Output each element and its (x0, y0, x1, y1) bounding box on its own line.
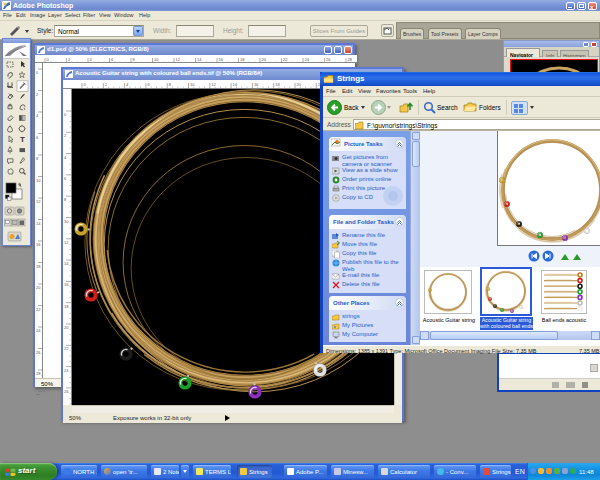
svg-text:18: 18 (64, 304, 69, 309)
svg-text:4: 4 (90, 57, 93, 62)
svg-text:0: 0 (84, 82, 87, 87)
svg-text:18: 18 (275, 82, 280, 87)
svg-text:16: 16 (219, 57, 224, 62)
svg-text:6: 6 (111, 57, 114, 62)
svg-text:6: 6 (36, 135, 39, 140)
svg-text:T: T (20, 135, 25, 144)
svg-text:12: 12 (211, 82, 216, 87)
svg-text:10: 10 (64, 219, 69, 224)
svg-text:0: 0 (64, 112, 67, 117)
svg-text:10: 10 (36, 178, 41, 183)
svg-text:26: 26 (36, 350, 41, 355)
svg-text:12: 12 (64, 240, 69, 245)
svg-text:8: 8 (64, 197, 67, 202)
svg-text:0: 0 (36, 70, 39, 75)
svg-text:20: 20 (36, 285, 41, 290)
svg-text:30: 30 (36, 393, 41, 396)
svg-text:14: 14 (197, 57, 202, 62)
svg-text:22: 22 (283, 57, 288, 62)
svg-text:8: 8 (169, 82, 172, 87)
svg-text:20: 20 (64, 325, 69, 330)
svg-text:4: 4 (126, 82, 129, 87)
svg-text:12: 12 (36, 199, 41, 204)
svg-text:14: 14 (64, 261, 69, 266)
svg-text:18: 18 (240, 57, 245, 62)
svg-text:16: 16 (254, 82, 259, 87)
svg-text:2: 2 (36, 92, 39, 97)
svg-text:18: 18 (36, 264, 41, 269)
svg-text:24: 24 (64, 368, 69, 373)
svg-text:14: 14 (36, 221, 41, 226)
svg-text:6: 6 (147, 82, 150, 87)
svg-text:14: 14 (233, 82, 238, 87)
svg-text:16: 16 (36, 242, 41, 247)
svg-text:10: 10 (154, 57, 159, 62)
svg-text:26: 26 (64, 389, 69, 394)
svg-text:20: 20 (297, 82, 302, 87)
svg-text:2: 2 (68, 57, 71, 62)
svg-text:20: 20 (262, 57, 267, 62)
svg-text:22: 22 (36, 307, 41, 312)
svg-text:8: 8 (36, 156, 39, 161)
svg-text:28: 28 (36, 371, 41, 376)
svg-text:22: 22 (64, 346, 69, 351)
svg-text:6: 6 (64, 176, 67, 181)
svg-text:2: 2 (105, 82, 108, 87)
svg-text:12: 12 (176, 57, 181, 62)
svg-text:4: 4 (36, 113, 39, 118)
svg-text:26: 26 (326, 57, 331, 62)
svg-text:16: 16 (64, 282, 69, 287)
svg-text:2: 2 (64, 133, 67, 138)
svg-text:24: 24 (36, 328, 41, 333)
svg-text:4: 4 (64, 155, 67, 160)
svg-text:28: 28 (348, 57, 353, 62)
svg-text:10: 10 (190, 82, 195, 87)
svg-text:8: 8 (133, 57, 136, 62)
svg-text:24: 24 (305, 57, 310, 62)
svg-text:0: 0 (47, 57, 50, 62)
